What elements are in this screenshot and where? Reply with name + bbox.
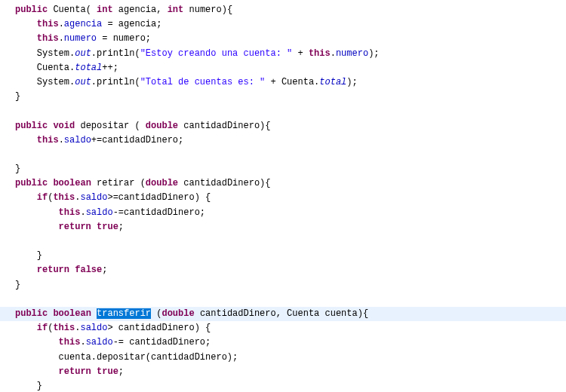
code-line: this.agencia = agencia; — [0, 17, 566, 32]
code-line-highlighted: public boolean transferir (double cantid… — [0, 307, 566, 321]
code-line: return true; — [0, 220, 566, 234]
code-line: System.out.println("Total de cuentas es:… — [0, 75, 566, 90]
code-editor[interactable]: public Cuenta( int agencia, int numero){… — [0, 3, 566, 392]
code-line: return true; — [0, 365, 566, 379]
code-line: this.saldo+=cantidadDinero; — [0, 133, 566, 148]
code-line: } — [0, 90, 566, 104]
code-line: System.out.println("Estoy creando una cu… — [0, 47, 566, 61]
code-line: this.saldo-=cantidadDinero; — [0, 206, 566, 220]
code-line: cuenta.depositar(cantidadDinero); — [0, 351, 566, 365]
code-line: } — [0, 249, 566, 263]
code-line: public void depositar ( double cantidadD… — [0, 119, 566, 133]
code-line: return false; — [0, 263, 566, 277]
code-line — [0, 234, 566, 249]
selected-text: transferir — [97, 308, 151, 319]
code-line: } — [0, 162, 566, 176]
code-line: Cuenta.total++; — [0, 61, 566, 75]
code-line — [0, 292, 566, 307]
code-line: this.saldo-= cantidadDinero; — [0, 335, 566, 350]
code-line: if(this.saldo>=cantidadDinero) { — [0, 191, 566, 205]
code-line: if(this.saldo> cantidadDinero) { — [0, 321, 566, 335]
code-line — [0, 104, 566, 118]
code-line: public boolean retirar (double cantidadD… — [0, 176, 566, 191]
code-line: public Cuenta( int agencia, int numero){ — [0, 3, 566, 17]
code-line: } — [0, 379, 566, 392]
code-line: this.numero = numero; — [0, 32, 566, 46]
code-line — [0, 148, 566, 162]
code-line: } — [0, 278, 566, 292]
